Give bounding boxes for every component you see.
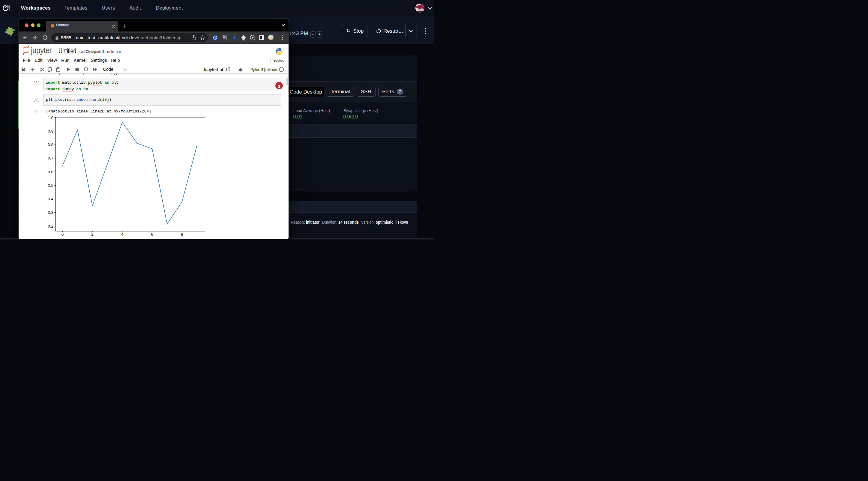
svg-text:0.3: 0.3	[48, 210, 53, 215]
svg-text:0.8: 0.8	[48, 142, 53, 147]
svg-text:8: 8	[181, 232, 183, 236]
svg-text:0.2: 0.2	[48, 224, 53, 228]
svg-text:4: 4	[121, 232, 124, 236]
svg-text:0.9: 0.9	[48, 129, 53, 133]
svg-text:0: 0	[61, 232, 64, 236]
svg-text:1.0: 1.0	[48, 116, 53, 120]
svg-text:2: 2	[91, 232, 94, 236]
svg-text:0.4: 0.4	[48, 197, 53, 201]
svg-text:0.7: 0.7	[48, 156, 53, 160]
svg-text:6: 6	[151, 232, 154, 236]
svg-text:0.5: 0.5	[48, 183, 53, 187]
svg-text:0.6: 0.6	[48, 169, 53, 174]
